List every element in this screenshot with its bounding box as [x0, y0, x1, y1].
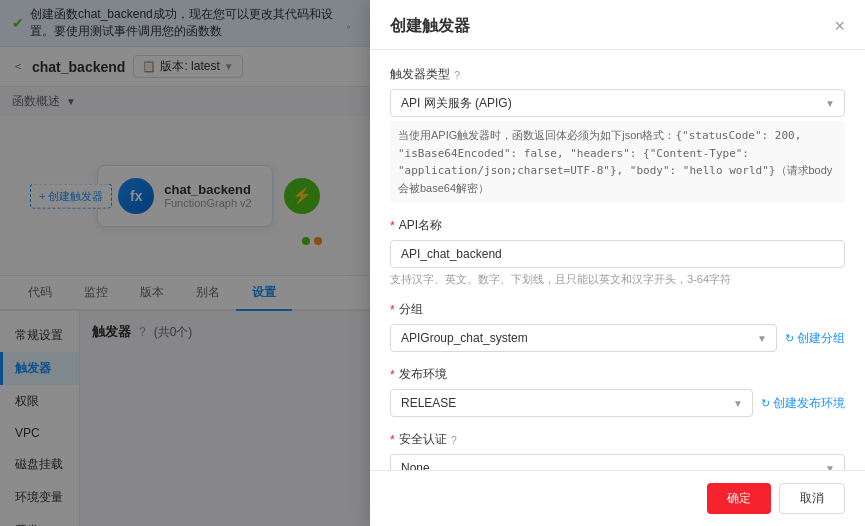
dialog-header: 创建触发器 × — [370, 0, 865, 50]
env-refresh-icon[interactable]: ↻ — [761, 397, 770, 410]
close-icon[interactable]: × — [834, 16, 845, 37]
security-label: * 安全认证 ? — [390, 431, 845, 448]
group-inline: APIGroup_chat_system ↻ 创建分组 — [390, 324, 845, 352]
dialog-title: 创建触发器 — [390, 16, 470, 37]
env-select[interactable]: RELEASE TEST DEV — [390, 389, 753, 417]
group-select-wrap: APIGroup_chat_system — [390, 324, 777, 352]
create-trigger-dialog: 创建触发器 × 触发器类型 ? API 网关服务 (APIG) 对象存储服务 (… — [370, 0, 865, 526]
cancel-button[interactable]: 取消 — [779, 483, 845, 514]
trigger-type-select[interactable]: API 网关服务 (APIG) 对象存储服务 (OBS) 消息通知服务 (SMN… — [390, 89, 845, 117]
env-row: * 发布环境 RELEASE TEST DEV ↻ 创建发布环境 — [390, 366, 845, 417]
trigger-type-label: 触发器类型 ? — [390, 66, 845, 83]
dialog-body: 触发器类型 ? API 网关服务 (APIG) 对象存储服务 (OBS) 消息通… — [370, 50, 865, 526]
group-row: * 分组 APIGroup_chat_system ↻ 创建分组 — [390, 301, 845, 352]
group-select[interactable]: APIGroup_chat_system — [390, 324, 777, 352]
env-inline: RELEASE TEST DEV ↻ 创建发布环境 — [390, 389, 845, 417]
trigger-type-select-wrap: API 网关服务 (APIG) 对象存储服务 (OBS) 消息通知服务 (SMN… — [390, 89, 845, 117]
create-group-link[interactable]: ↻ 创建分组 — [785, 330, 845, 347]
env-label: * 发布环境 — [390, 366, 845, 383]
dialog-footer: 确定 取消 — [370, 470, 865, 526]
create-env-link[interactable]: ↻ 创建发布环境 — [761, 395, 845, 412]
group-refresh-icon[interactable]: ↻ — [785, 332, 794, 345]
security-help-icon[interactable]: ? — [451, 434, 457, 446]
trigger-type-description: 当使用APIG触发器时，函数返回体必须为如下json格式：{"statusCod… — [390, 121, 845, 203]
api-name-row: * API名称 支持汉字、英文、数字、下划线，且只能以英文和汉字开头，3-64字… — [390, 217, 845, 287]
group-label: * 分组 — [390, 301, 845, 318]
env-select-wrap: RELEASE TEST DEV — [390, 389, 753, 417]
api-name-label: * API名称 — [390, 217, 845, 234]
trigger-type-row: 触发器类型 ? API 网关服务 (APIG) 对象存储服务 (OBS) 消息通… — [390, 66, 845, 203]
api-name-input[interactable] — [390, 240, 845, 268]
confirm-button[interactable]: 确定 — [707, 483, 771, 514]
trigger-type-help-icon[interactable]: ? — [454, 69, 460, 81]
api-name-hint: 支持汉字、英文、数字、下划线，且只能以英文和汉字开头，3-64字符 — [390, 272, 845, 287]
